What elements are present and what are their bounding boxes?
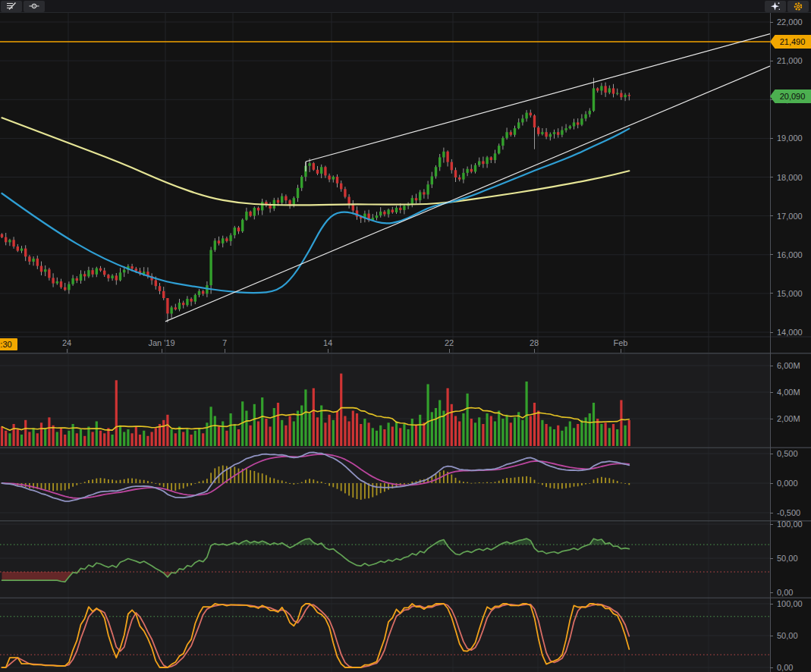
rsi-axis-label: 0,00 [777,587,793,598]
price-axis-label-tick [770,22,773,23]
price-axis-label-tick [770,254,773,255]
last-price-value: 20,090 [776,92,806,101]
indicators-icon [6,2,17,11]
time-axis-tick [225,349,225,353]
price-axis-label: 18,000 [777,172,803,183]
time-axis-badge: :30 [0,338,17,350]
stoch-axis-label-tick [770,604,773,604]
time-axis-label: 14 [323,338,332,347]
crosshair-button[interactable] [24,1,45,12]
settings-gear-icon [793,2,803,11]
time-axis-label: Feb [614,338,628,347]
sparkle-icon [770,2,781,11]
price-axis-label: 22,000 [777,17,803,27]
volume-axis-label: 4,00M [777,387,800,397]
price-axis-label: 21,000 [777,55,803,66]
macd-axis-label: 0,500 [777,448,798,459]
stoch-axis-label-tick [770,667,773,668]
rsi-axis-label: 100,00 [777,519,803,529]
volume-axis-label-tick [770,419,773,419]
time-axis-label: 28 [530,338,539,347]
price-axis-label-tick [770,215,773,216]
sparkle-button[interactable] [765,1,786,12]
time-axis-tick [621,349,621,353]
chart-canvas[interactable] [0,0,811,672]
volume-axis-label-tick [770,366,773,366]
time-axis[interactable]: :30 24Jan '197142228Feb [0,338,770,353]
price-level-value: 21,490 [776,37,806,46]
macd-axis-label-tick [770,454,773,454]
price-axis-label-tick [770,61,773,61]
time-axis-tick [534,349,535,353]
toolbar [0,0,811,13]
last-price-badge: 20,090 [770,89,811,103]
rsi-axis-label-tick [770,558,773,559]
time-axis-label: 7 [222,338,227,347]
stoch-axis-label-tick [770,636,773,636]
price-axis-label-tick [770,177,773,177]
price-axis-label: 15,000 [777,288,803,299]
macd-axis-label: -0,500 [777,507,800,518]
time-axis-tick [162,349,162,353]
price-axis-label: 14,000 [777,327,803,338]
stoch-axis-label: 50,00 [777,630,798,641]
time-axis-tick [328,349,328,353]
indicator-settings-button[interactable] [1,1,22,12]
rsi-axis-label-tick [770,524,773,525]
macd-axis-label: 0,000 [777,478,798,488]
crosshair-icon [29,2,39,11]
time-axis-tick [67,349,68,353]
price-axis-label-tick [770,293,773,294]
time-axis-label: 22 [445,338,454,347]
stoch-axis-label: 0,00 [777,662,793,672]
price-axis-label: 17,000 [777,211,803,221]
stoch-axis-label: 100,00 [777,598,803,609]
trading-chart-app: 22,00021,00020,00019,00018,00017,00016,0… [0,0,811,672]
time-axis-label: Jan '19 [148,338,174,347]
price-axis-label-tick [770,332,773,333]
price-axis-label-tick [770,138,773,139]
rsi-axis-label-tick [770,592,773,593]
volume-axis-label: 6,00M [777,360,800,371]
volume-axis-label-tick [770,392,773,393]
price-level-badge: 21,490 [770,35,811,49]
toolbar-right-group [765,1,809,12]
macd-axis-label-tick [770,483,773,484]
toolbar-left-group [1,1,45,12]
time-axis-tick [449,349,450,353]
price-axis-label: 19,000 [777,133,803,143]
rsi-axis-label: 50,00 [777,553,798,564]
settings-button[interactable] [787,1,809,12]
volume-axis-label: 2,00M [777,413,800,424]
time-axis-label: 24 [62,338,71,347]
macd-axis-label-tick [770,513,773,513]
price-axis-label: 16,000 [777,250,803,260]
